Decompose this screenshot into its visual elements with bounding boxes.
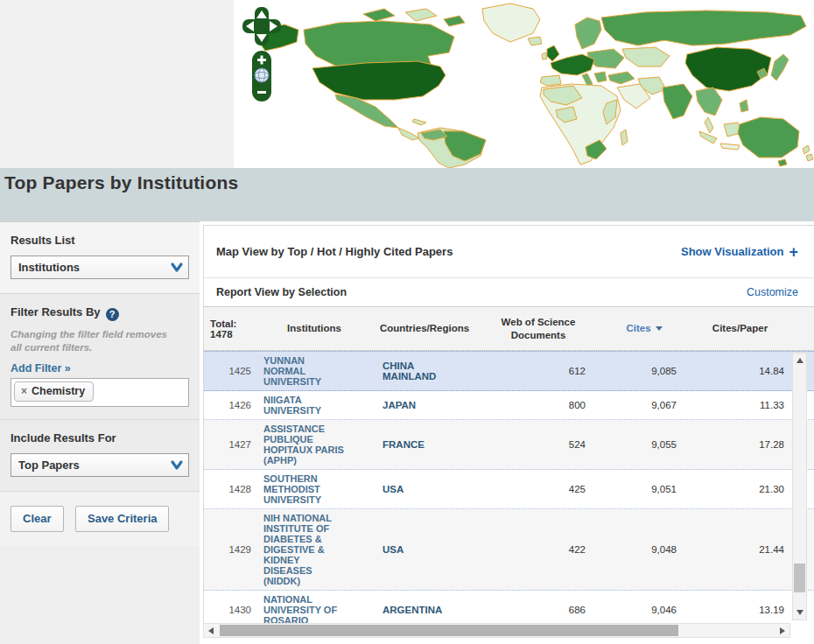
row-wos-documents: 425 — [477, 484, 600, 494]
chevron-down-icon — [165, 262, 188, 273]
table-row[interactable]: 1426NIIGATA UNIVERSITYJAPAN8009,06711.33 — [204, 391, 814, 420]
include-results-value: Top Papers — [18, 458, 80, 472]
table-header: Total: 1478 Institutions Countries/Regio… — [204, 307, 814, 351]
blank-region — [0, 0, 234, 168]
row-institution: SOUTHERN METHODIST UNIVERSITY — [256, 473, 372, 505]
row-cites-per-paper: 17.28 — [689, 439, 791, 450]
row-institution: NATIONAL UNIVERSITY OF ROSARIO — [256, 594, 372, 623]
filter-note: Changing the filter field removes all cu… — [11, 328, 177, 354]
clear-button[interactable]: Clear — [11, 506, 64, 532]
map-controls[interactable] — [242, 7, 281, 102]
table-rows: 1425YUNNAN NORMAL UNIVERSITYCHINA MAINLA… — [204, 351, 814, 623]
institution-link[interactable]: NIIGATA UNIVERSITY — [263, 395, 346, 416]
row-cites: 9,046 — [600, 605, 689, 615]
col-countries-regions[interactable]: Countries/Regions — [372, 322, 477, 334]
row-institution: NIH NATIONAL INSTITUTE OF DIABETES & DIG… — [256, 513, 372, 586]
filter-results-label: Filter Results By? — [11, 305, 189, 321]
include-results-select[interactable]: Top Papers — [11, 453, 189, 477]
row-cites-per-paper: 21.44 — [689, 544, 791, 555]
scroll-right-arrow[interactable] — [775, 624, 789, 637]
scroll-down-arrow[interactable] — [793, 606, 806, 620]
results-list-section: Results List Institutions — [0, 222, 200, 294]
add-filter-link[interactable]: Add Filter » — [11, 362, 189, 374]
scroll-up-arrow[interactable] — [793, 354, 806, 368]
results-list-value: Institutions — [18, 261, 80, 274]
row-cites-per-paper: 14.84 — [689, 366, 791, 376]
filter-section: Filter Results By? Changing the filter f… — [0, 294, 200, 420]
filter-input[interactable]: × Chemistry — [11, 378, 189, 407]
table-row[interactable]: 1429NIH NATIONAL INSTITUTE OF DIABETES &… — [204, 509, 814, 591]
row-institution: ASSISTANCE PUBLIQUE HOPITAUX PARIS (APHP… — [256, 424, 372, 466]
report-view-title: Report View by Selection — [216, 286, 347, 298]
vertical-scrollbar-thumb[interactable] — [794, 564, 805, 592]
col-cites-per-paper[interactable]: Cites/Paper — [689, 322, 791, 334]
row-institution: YUNNAN NORMAL UNIVERSITY — [256, 355, 372, 387]
col-wos-documents[interactable]: Web of Science Documents — [477, 316, 600, 341]
save-criteria-button[interactable]: Save Criteria — [75, 506, 170, 532]
col-institutions[interactable]: Institutions — [256, 322, 372, 334]
scroll-left-arrow[interactable] — [204, 624, 218, 637]
row-wos-documents: 612 — [477, 366, 600, 376]
row-rank: 1425 — [204, 366, 256, 376]
show-visualization-label: Show Visualization — [681, 245, 784, 258]
zoom-control[interactable] — [252, 51, 271, 102]
show-visualization-link[interactable]: Show Visualization + — [681, 244, 798, 260]
include-results-section: Include Results For Top Papers — [0, 420, 200, 492]
institution-link[interactable]: YUNNAN NORMAL UNIVERSITY — [263, 355, 346, 387]
col-cites-sort[interactable]: Cites — [600, 322, 689, 334]
filter-chip-label: Chemistry — [32, 385, 85, 397]
page-title: Top Papers by Institutions — [4, 172, 805, 193]
map-view-title: Map View by Top / Hot / Highly Cited Pap… — [216, 245, 453, 258]
institution-link[interactable]: ASSISTANCE PUBLIQUE HOPITAUX PARIS (APHP… — [263, 424, 346, 466]
row-rank: 1428 — [204, 484, 256, 494]
table-row[interactable]: 1425YUNNAN NORMAL UNIVERSITYCHINA MAINLA… — [204, 351, 814, 391]
horizontal-scrollbar[interactable] — [203, 623, 790, 638]
results-list-label: Results List — [11, 234, 189, 247]
help-icon[interactable]: ? — [106, 308, 119, 321]
institution-link[interactable]: NATIONAL UNIVERSITY OF ROSARIO — [263, 594, 346, 623]
row-institution: NIIGATA UNIVERSITY — [256, 395, 372, 416]
chevron-down-icon — [165, 459, 188, 471]
results-list-select[interactable]: Institutions — [11, 256, 189, 279]
table-row[interactable]: 1430NATIONAL UNIVERSITY OF ROSARIOARGENT… — [204, 591, 814, 623]
row-country: CHINA MAINLAND — [372, 360, 477, 382]
row-cites-per-paper: 11.33 — [689, 400, 791, 410]
row-cites-per-paper: 13.19 — [689, 605, 791, 615]
row-country: ARGENTINA — [372, 605, 477, 615]
row-rank: 1429 — [204, 544, 256, 555]
criteria-buttons: Clear Save Criteria — [0, 492, 200, 546]
row-wos-documents: 800 — [477, 400, 600, 410]
row-cites-per-paper: 21.30 — [689, 484, 791, 494]
row-cites: 9,055 — [600, 439, 689, 450]
row-country: USA — [372, 484, 477, 494]
customize-link[interactable]: Customize — [747, 286, 798, 298]
total-label: Total: — [210, 318, 256, 329]
plus-icon: + — [789, 244, 798, 260]
row-rank: 1427 — [204, 439, 256, 450]
filter-chip[interactable]: × Chemistry — [14, 382, 94, 402]
choropleth-world-map[interactable] — [234, 0, 814, 168]
zoom-out-icon — [257, 91, 266, 94]
filter-results-label-text: Filter Results By — [11, 305, 101, 318]
table-row[interactable]: 1427ASSISTANCE PUBLIQUE HOPITAUX PARIS (… — [204, 420, 814, 470]
institution-link[interactable]: NIH NATIONAL INSTITUTE OF DIABETES & DIG… — [263, 513, 346, 586]
map-countries[interactable] — [256, 4, 813, 168]
include-results-label: Include Results For — [11, 431, 189, 444]
vertical-scrollbar[interactable] — [792, 353, 807, 620]
institution-link[interactable]: SOUTHERN METHODIST UNIVERSITY — [263, 473, 346, 505]
total-count: Total: 1478 — [204, 318, 256, 340]
table-row[interactable]: 1428SOUTHERN METHODIST UNIVERSITYUSA4259… — [204, 470, 814, 509]
row-cites: 9,085 — [600, 366, 689, 376]
col-cites-label: Cites — [626, 323, 650, 333]
row-wos-documents: 422 — [477, 544, 600, 555]
row-cites: 9,048 — [600, 544, 689, 555]
row-wos-documents: 686 — [477, 605, 600, 615]
row-cites: 9,051 — [600, 484, 689, 494]
row-country: FRANCE — [372, 439, 477, 450]
globe-icon — [255, 68, 269, 82]
sort-desc-icon — [656, 326, 663, 331]
horizontal-scrollbar-thumb[interactable] — [220, 625, 678, 636]
row-rank: 1426 — [204, 400, 256, 410]
row-wos-documents: 524 — [477, 439, 600, 450]
remove-filter-icon[interactable]: × — [21, 385, 27, 397]
